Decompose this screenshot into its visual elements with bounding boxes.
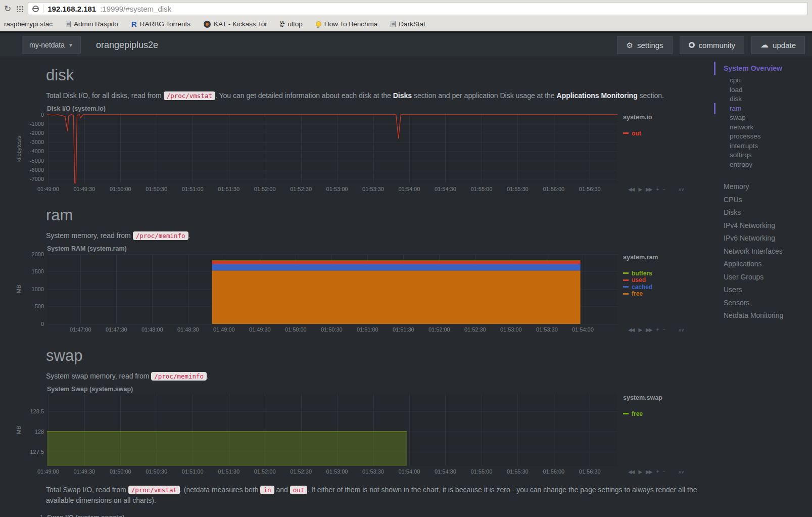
apps-grid-icon[interactable] — [16, 6, 23, 12]
legend-entry-free[interactable]: free — [623, 410, 709, 417]
x-tick-label: 01:54:00 — [398, 468, 420, 475]
sidebar-section-cpus[interactable]: CPUs — [714, 194, 810, 207]
sidebar-section-applications[interactable]: Applications — [714, 258, 810, 271]
sidebar-section-user-groups[interactable]: User Groups — [714, 271, 810, 284]
section-desc-swap: System swap memory, read from /proc/memi… — [46, 371, 698, 382]
chart-plot-area[interactable]: 0-1000-2000-3000-4000-5000-6000-700001:4… — [47, 114, 617, 183]
x-tick-label: 01:47:00 — [70, 326, 91, 333]
chart-plot-area[interactable]: 128.5128127.501:49:0001:49:3001:50:0001:… — [47, 394, 617, 466]
update-button[interactable]: ☁update — [751, 36, 805, 54]
sidebar-section-sensors[interactable]: Sensors — [714, 297, 810, 310]
sidebar-section-netdata-monitoring[interactable]: Netdata Monitoring — [714, 309, 810, 322]
zoom-in-icon[interactable]: + — [656, 186, 658, 192]
y-axis-unit-label: kilobytes/s — [16, 114, 22, 183]
legend-label: free — [632, 291, 643, 297]
x-tick-label: 01:52:30 — [290, 468, 312, 475]
my-netdata-menu[interactable]: my-netdata ▼ — [22, 36, 81, 54]
legend-entry-free[interactable]: free — [623, 291, 709, 298]
inline-code: /proc/vmstat — [128, 486, 180, 494]
gear-icon: ⚙ — [626, 41, 633, 49]
community-button[interactable]: community — [680, 36, 745, 54]
legend-entry-out[interactable]: out — [623, 130, 709, 137]
sidebar-section-network-interfaces[interactable]: Network Interfaces — [714, 245, 810, 258]
sidebar-item-network[interactable]: network — [714, 123, 810, 132]
sidebar-item-interrupts[interactable]: interrupts — [714, 142, 810, 151]
x-tick-label: 01:48:30 — [177, 326, 199, 333]
url-path: :19999/#system_disk — [100, 5, 171, 13]
pan-backward-icon[interactable]: ◀◀ — [628, 469, 634, 475]
x-tick-label: 01:55:30 — [507, 186, 529, 192]
sidebar-section-disks[interactable]: Disks — [714, 206, 810, 219]
sidebar-section-ipv6-networking[interactable]: IPv6 Networking — [714, 232, 810, 245]
sidebar-section-memory[interactable]: Memory — [714, 180, 810, 194]
legend-swatch — [623, 132, 629, 134]
x-tick-label: 01:49:30 — [73, 186, 95, 192]
bookmark-label: How To Benchma — [324, 20, 378, 28]
bookmark-item[interactable]: DarkStat — [391, 20, 425, 28]
pan-forward-icon[interactable]: ▶▶ — [646, 469, 651, 475]
settings-button[interactable]: ⚙settings — [617, 36, 672, 54]
zoom-out-icon[interactable]: − — [662, 186, 664, 192]
legend-swatch — [623, 286, 629, 288]
zoom-in-icon[interactable]: + — [656, 469, 658, 475]
sidebar-item-ram[interactable]: ram — [714, 104, 810, 114]
sidebar-section-ipv4-networking[interactable]: IPv4 Networking — [714, 219, 810, 232]
legend-resize-icon[interactable]: ∧∨ — [678, 469, 684, 475]
zoom-in-icon[interactable]: + — [656, 327, 658, 333]
sidebar-section-users[interactable]: Users — [714, 284, 810, 297]
bookmark-item[interactable]: KAT - Kickass Tor — [204, 20, 267, 28]
sidebar-item-entropy[interactable]: entropy — [714, 160, 810, 170]
page-favicon-icon — [66, 21, 71, 27]
play-icon[interactable]: ▶ — [638, 327, 641, 333]
legend-entry-used[interactable]: used — [623, 277, 709, 284]
sidebar-item-cpu[interactable]: cpu — [714, 76, 810, 85]
chart-series — [47, 114, 617, 183]
bookmark-item[interactable]: ULtoultop — [280, 20, 303, 28]
zoom-out-icon[interactable]: − — [662, 469, 664, 475]
bookmark-item[interactable]: raspberrypi.stac — [4, 20, 53, 28]
chart-legend: system.rambuffersusedcachedfree — [623, 254, 709, 297]
sidebar-item-disk[interactable]: disk — [714, 95, 810, 104]
x-tick-label: 01:50:00 — [110, 186, 131, 192]
bookmark-item[interactable]: How To Benchma — [316, 20, 378, 28]
legend-resize-icon[interactable]: ∧∨ — [678, 187, 684, 192]
section-heading-disk: disk — [46, 66, 711, 84]
sidebar-item-processes[interactable]: processes — [714, 132, 810, 142]
pan-forward-icon[interactable]: ▶▶ — [646, 186, 651, 192]
bookmark-label: ultop — [288, 20, 302, 28]
chart-title: Disk I/O (system.io) — [47, 105, 106, 112]
pan-backward-icon[interactable]: ◀◀ — [628, 327, 634, 333]
sidebar-item-load[interactable]: load — [714, 85, 810, 95]
dashboard-page: disk Total Disk I/O, for all disks, read… — [0, 57, 812, 517]
pan-forward-icon[interactable]: ▶▶ — [646, 327, 651, 333]
x-tick-label: 01:50:30 — [146, 186, 167, 192]
legend-chart-id: system.io — [623, 114, 709, 121]
sidebar-item-swap[interactable]: swap — [714, 113, 810, 123]
zoom-out-icon[interactable]: − — [662, 327, 664, 333]
sidebar-nav: System Overviewcpuloaddiskramswapnetwork… — [714, 64, 810, 322]
x-tick-label: 01:52:30 — [464, 326, 486, 333]
reload-icon[interactable]: ↻ — [4, 5, 11, 13]
legend-entry-cached[interactable]: cached — [623, 284, 709, 291]
legend-entry-buffers[interactable]: buffers — [623, 270, 709, 277]
play-icon[interactable]: ▶ — [638, 469, 641, 475]
legend-label: used — [632, 277, 646, 283]
header-buttons: ⚙settingscommunity☁update — [617, 36, 805, 54]
chart-plot-area[interactable]: 200015001000500001:47:0001:47:3001:48:00… — [47, 254, 617, 324]
x-tick-label: 01:54:00 — [398, 186, 420, 192]
legend-resize-icon[interactable]: ∧∨ — [678, 327, 684, 333]
emphasized-text: Applications Monitoring — [557, 91, 638, 100]
legend-swatch — [623, 413, 629, 414]
pan-backward-icon[interactable]: ◀◀ — [628, 186, 634, 192]
x-tick-label: 01:51:30 — [393, 326, 414, 333]
chart-series — [47, 394, 617, 466]
bookmark-item[interactable]: Admin Raspito — [66, 20, 118, 28]
sidebar-category-system-overview[interactable]: System Overview — [714, 64, 810, 72]
inline-code: out — [290, 486, 308, 494]
play-icon[interactable]: ▶ — [638, 186, 641, 192]
url-bar[interactable]: 192.168.2.181 :19999/#system_disk — [28, 2, 808, 15]
inline-code: /proc/vmstat — [164, 91, 215, 100]
bookmark-item[interactable]: RRARBG Torrents — [131, 20, 190, 28]
sidebar-item-softirqs[interactable]: softirqs — [714, 151, 810, 160]
x-tick-label: 01:56:30 — [579, 468, 601, 475]
